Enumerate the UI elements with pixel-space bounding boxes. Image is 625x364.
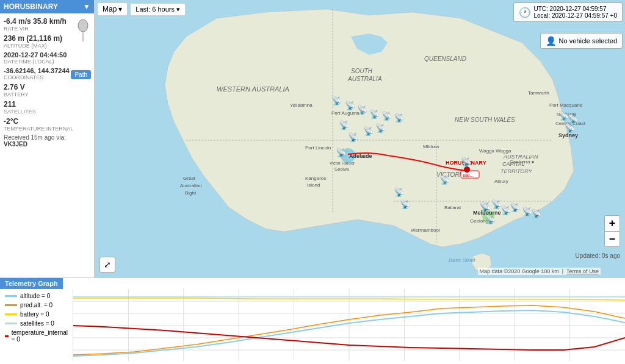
svg-text:AUSTRALIA: AUSTRALIA xyxy=(347,76,382,82)
legend-item: temperature_internal = 0 xyxy=(5,329,68,343)
svg-point-0 xyxy=(78,20,88,32)
legend-label: satellites = 0 xyxy=(20,320,54,327)
svg-text:Goolwa: Goolwa xyxy=(334,167,349,171)
legend-label: temperature_internal = 0 xyxy=(12,329,68,343)
path-button[interactable]: Path xyxy=(71,70,91,79)
left-panel: HORUSBINARY ▼ -6.4 m/s 35.8 km/h RATE VI… xyxy=(0,0,95,277)
person-icon: 👤 xyxy=(546,36,556,46)
svg-text:Australian: Australian xyxy=(180,183,202,188)
svg-text:NEW SOUTH WALES: NEW SOUTH WALES xyxy=(455,116,515,123)
legend-color-swatch xyxy=(5,313,17,315)
map-toolbar: Map ▾ Last: 6 hours ▾ xyxy=(95,0,188,18)
svg-text:Kangaroo: Kangaroo xyxy=(305,176,327,181)
vehicle-selector-label: No vehicle selected xyxy=(559,37,617,45)
svg-text:📡: 📡 xyxy=(439,175,450,185)
satellites-label: SATELLITES xyxy=(4,109,90,115)
battery-label: BATTERY xyxy=(4,91,90,98)
svg-text:📡: 📡 xyxy=(381,111,392,121)
vehicle-header[interactable]: HORUSBINARY ▼ xyxy=(0,0,94,13)
svg-text:Port Macquarie: Port Macquarie xyxy=(549,102,583,108)
map-container[interactable]: WESTERN AUSTRALIA SOUTH AUSTRALIA QUEENS… xyxy=(95,0,625,277)
time-range-button[interactable]: Last: 6 hours ▾ xyxy=(130,3,186,16)
telemetry-section: Telemetry Graph altitude = 0 pred.alt. =… xyxy=(0,277,625,364)
legend-label: pred.alt. = 0 xyxy=(20,302,52,309)
svg-text:📡: 📡 xyxy=(565,123,576,134)
svg-text:Wagga Wagga: Wagga Wagga xyxy=(479,148,511,154)
svg-text:📡: 📡 xyxy=(531,209,542,219)
svg-text:📡: 📡 xyxy=(348,132,359,143)
telemetry-graph xyxy=(73,289,625,361)
zoom-in-button[interactable]: + xyxy=(604,215,620,231)
svg-text:📡: 📡 xyxy=(485,215,496,225)
svg-text:📡: 📡 xyxy=(339,120,350,130)
svg-text:Canberra ●: Canberra ● xyxy=(510,159,535,165)
telemetry-legend: altitude = 0 pred.alt. = 0 battery = 0 s… xyxy=(0,289,73,361)
telemetry-header: Telemetry Graph xyxy=(0,278,63,289)
svg-text:Sydney: Sydney xyxy=(558,132,578,138)
map-attribution: Map data ©2020 Google 100 km | Terms of … xyxy=(478,268,601,275)
svg-text:Ballarat: Ballarat xyxy=(444,205,461,210)
map-data-text: Map data ©2020 Google 100 km xyxy=(480,268,559,274)
graph-svg xyxy=(73,289,625,361)
svg-text:📡: 📡 xyxy=(345,101,356,111)
svg-text:📡: 📡 xyxy=(400,199,411,210)
dropdown-arrow-icon: ▾ xyxy=(118,5,122,13)
terms-of-use-link[interactable]: Terms of Use xyxy=(566,268,599,274)
legend-item: pred.alt. = 0 xyxy=(5,302,68,309)
svg-text:SOUTH: SOUTH xyxy=(351,68,373,74)
legend-color-swatch xyxy=(5,335,9,337)
temperature-value: -2°C xyxy=(4,117,90,126)
svg-text:Bass Strait: Bass Strait xyxy=(449,257,475,263)
vehicle-selector[interactable]: 👤 No vehicle selected xyxy=(540,33,623,49)
satellites-value: 211 xyxy=(4,100,90,109)
svg-text:Bight: Bight xyxy=(185,190,197,196)
vehicle-stats: -6.4 m/s 35.8 km/h RATE VIH 236 m (21,11… xyxy=(0,13,94,151)
legend-label: altitude = 0 xyxy=(20,293,50,299)
received-text: Received 15m ago via: xyxy=(4,134,90,141)
svg-text:Port Augusta: Port Augusta xyxy=(331,110,359,116)
svg-text:📡: 📡 xyxy=(331,96,342,106)
time-dropdown-icon: ▾ xyxy=(176,5,180,13)
vehicle-title: HORUSBINARY xyxy=(4,2,58,11)
svg-text:Albury: Albury xyxy=(494,179,508,184)
svg-text:Yellabinna: Yellabinna xyxy=(290,102,312,108)
svg-text:Mildura: Mildura xyxy=(423,144,439,149)
svg-text:📡: 📡 xyxy=(357,105,368,115)
updated-label: Updated: 0s ago xyxy=(576,252,620,259)
datetime-value: 2020-12-27 04:44:50 xyxy=(4,51,90,59)
svg-text:Tamworth: Tamworth xyxy=(528,90,549,96)
legend-item: battery = 0 xyxy=(5,311,68,318)
legend-label: battery = 0 xyxy=(20,311,49,318)
svg-text:📡: 📡 xyxy=(369,109,380,120)
balloon-icon xyxy=(77,18,89,37)
map-label: Map xyxy=(103,5,117,13)
svg-text:Bal...: Bal... xyxy=(463,173,474,178)
zoom-out-button[interactable]: − xyxy=(604,231,620,247)
clock-icon: 🕐 xyxy=(519,7,531,18)
legend-color-swatch xyxy=(5,295,17,297)
utc-time: UTC: 2020-12-27 04:59:57 xyxy=(534,5,618,12)
local-time: Local: 2020-12-27 04:59:57 +0 xyxy=(534,12,618,19)
svg-text:Warrnambool: Warrnambool xyxy=(411,227,440,233)
svg-text:📡: 📡 xyxy=(510,202,521,213)
svg-text:📡: 📡 xyxy=(363,126,374,137)
dropdown-icon[interactable]: ▼ xyxy=(83,2,90,11)
callsign: VK3JED xyxy=(4,141,90,148)
svg-text:📡: 📡 xyxy=(461,157,472,167)
map-type-button[interactable]: Map ▾ xyxy=(97,2,128,16)
legend-color-swatch xyxy=(5,323,17,324)
temperature-label: TEMPERATURE INTERNAL xyxy=(4,126,90,132)
battery-value: 2.76 V xyxy=(4,83,90,91)
svg-text:📡: 📡 xyxy=(394,113,405,123)
datetime-label: DATETIME (LOCAL) xyxy=(4,59,90,65)
svg-text:Island: Island xyxy=(307,182,320,188)
map-expand-button[interactable]: ⤢ xyxy=(99,257,115,273)
svg-text:📡: 📡 xyxy=(375,123,386,134)
svg-text:Port Lincoln: Port Lincoln xyxy=(305,145,331,151)
svg-text:Great: Great xyxy=(183,176,196,181)
svg-text:📡: 📡 xyxy=(394,187,405,198)
svg-text:WESTERN AUSTRALIA: WESTERN AUSTRALIA xyxy=(217,85,289,93)
legend-item: satellites = 0 xyxy=(5,320,68,327)
svg-text:TERRITORY: TERRITORY xyxy=(500,168,533,174)
zoom-controls: + − xyxy=(604,215,620,247)
